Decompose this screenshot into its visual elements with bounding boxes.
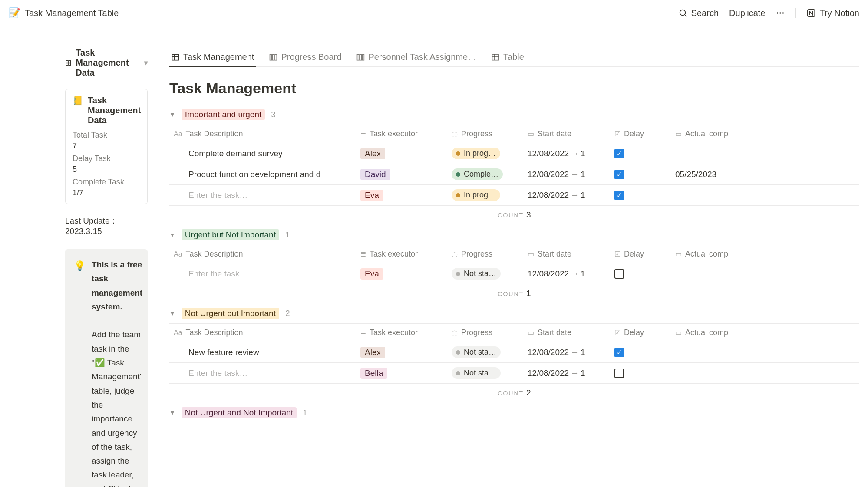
group-header[interactable]: ▼Not Urgent but Important2	[169, 308, 859, 319]
chevron-down-icon[interactable]: ▾	[144, 59, 148, 67]
cell-desc[interactable]: New feature review	[169, 342, 356, 362]
cell-executor[interactable]: Alex	[356, 143, 447, 164]
cell-delay[interactable]	[610, 363, 671, 383]
group-toggle-icon[interactable]: ▼	[169, 409, 175, 416]
try-notion-button[interactable]: Try Notion	[806, 8, 859, 18]
group-name: Not Urgent and Not Important	[182, 407, 297, 418]
cell-delay[interactable]: ✓	[610, 342, 671, 362]
view-tab[interactable]: Personnel Task Assignme…	[354, 48, 478, 66]
view-tab[interactable]: Table	[489, 48, 526, 66]
cell-actual[interactable]	[671, 342, 753, 362]
col-delay[interactable]: ☑Delay	[610, 245, 671, 263]
cell-start[interactable]: 12/08/2022 → 1	[523, 342, 610, 362]
group-header[interactable]: ▼Important and urgent3	[169, 109, 859, 120]
status-icon: ◌	[452, 329, 458, 337]
svg-line-1	[685, 15, 686, 16]
cell-actual[interactable]	[671, 143, 753, 164]
col-start[interactable]: ▭Start date	[523, 125, 610, 143]
cell-actual[interactable]	[671, 263, 753, 284]
view-tab[interactable]: Task Management	[169, 48, 256, 66]
cell-start[interactable]: 12/08/2022 → 1	[523, 363, 610, 383]
col-executor[interactable]: ≣Task executor	[356, 125, 447, 143]
cell-actual[interactable]: 05/25/2023	[671, 164, 753, 184]
search-button[interactable]: Search	[678, 8, 719, 18]
group-toggle-icon[interactable]: ▼	[169, 231, 175, 238]
cell-progress[interactable]: In prog…	[447, 143, 523, 164]
cell-delay[interactable]: ✓	[610, 143, 671, 164]
cell-start[interactable]: 12/08/2022 → 1	[523, 185, 610, 205]
table-row[interactable]: Complete demand surveyAlexIn prog…12/08/…	[169, 143, 859, 164]
col-delay[interactable]: ☑Delay	[610, 125, 671, 143]
col-desc[interactable]: AaTask Description	[169, 125, 356, 143]
col-progress[interactable]: ◌Progress	[447, 324, 523, 342]
group-toggle-icon[interactable]: ▼	[169, 310, 175, 317]
cell-desc[interactable]: Product function development and d	[169, 164, 356, 184]
more-button[interactable]	[776, 8, 785, 18]
duplicate-button[interactable]: Duplicate	[729, 8, 765, 18]
cell-executor[interactable]: David	[356, 164, 447, 184]
view-tab-label: Personnel Task Assignme…	[368, 52, 476, 62]
cell-desc[interactable]: Enter the task…	[169, 263, 356, 284]
delay-checkbox[interactable]	[614, 269, 624, 279]
cell-executor[interactable]: Eva	[356, 185, 447, 205]
col-actual[interactable]: ▭Actual compl	[671, 125, 753, 143]
group: ▼Not Urgent but Important2AaTask Descrip…	[169, 308, 859, 402]
cell-progress[interactable]: Not sta…	[447, 342, 523, 362]
col-start[interactable]: ▭Start date	[523, 245, 610, 263]
col-progress[interactable]: ◌Progress	[447, 125, 523, 143]
cell-desc[interactable]: Enter the task…	[169, 185, 356, 205]
cell-executor[interactable]: Alex	[356, 342, 447, 362]
col-actual[interactable]: ▭Actual compl	[671, 324, 753, 342]
breadcrumb[interactable]: 📝 Task Management Table	[9, 7, 119, 19]
delay-checkbox[interactable]: ✓	[614, 149, 624, 158]
cell-start[interactable]: 12/08/2022 → 1	[523, 263, 610, 284]
list-icon: ≣	[360, 329, 366, 337]
table-row[interactable]: Enter the task…BellaNot sta…12/08/2022 →…	[169, 363, 859, 384]
cell-progress[interactable]: In prog…	[447, 185, 523, 205]
col-progress[interactable]: ◌Progress	[447, 245, 523, 263]
cell-delay[interactable]	[610, 263, 671, 284]
table-row[interactable]: Product function development and dDavidC…	[169, 164, 859, 185]
col-actual[interactable]: ▭Actual compl	[671, 245, 753, 263]
col-desc[interactable]: AaTask Description	[169, 324, 356, 342]
cell-progress[interactable]: Not sta…	[447, 363, 523, 383]
status-dot-icon	[456, 193, 460, 197]
notion-logo-icon	[806, 8, 816, 18]
cell-delay[interactable]: ✓	[610, 185, 671, 205]
board-view-icon	[356, 53, 365, 62]
group-header[interactable]: ▼Urgent but Not Important1	[169, 229, 859, 240]
cell-progress[interactable]: Not sta…	[447, 263, 523, 284]
cell-desc[interactable]: Enter the task…	[169, 363, 356, 383]
linked-db-heading[interactable]: Task Management Data ▾	[65, 48, 148, 78]
col-desc[interactable]: AaTask Description	[169, 245, 356, 263]
group-toggle-icon[interactable]: ▼	[169, 111, 175, 118]
col-executor[interactable]: ≣Task executor	[356, 245, 447, 263]
summary-card[interactable]: 📒 Task Management Data Total Task 7 Dela…	[65, 89, 148, 204]
view-tab[interactable]: Progress Board	[267, 48, 343, 66]
calendar-icon: ▭	[675, 130, 682, 138]
table-row[interactable]: Enter the task…EvaNot sta…12/08/2022 → 1	[169, 263, 859, 284]
table: AaTask Description≣Task executor◌Progres…	[169, 323, 859, 384]
cell-actual[interactable]	[671, 363, 753, 383]
status-dot-icon	[456, 272, 460, 276]
delay-checkbox[interactable]: ✓	[614, 191, 624, 200]
svg-point-4	[782, 12, 784, 14]
cell-start[interactable]: 12/08/2022 → 1	[523, 164, 610, 184]
group-header[interactable]: ▼Not Urgent and Not Important1	[169, 407, 859, 418]
delay-checkbox[interactable]	[614, 369, 624, 378]
cell-executor[interactable]: Eva	[356, 263, 447, 284]
table-row[interactable]: New feature reviewAlexNot sta…12/08/2022…	[169, 342, 859, 363]
database-title[interactable]: Task Management	[169, 80, 859, 97]
table-row[interactable]: Enter the task…EvaIn prog…12/08/2022 → 1…	[169, 185, 859, 206]
cell-actual[interactable]	[671, 185, 753, 205]
cell-executor[interactable]: Bella	[356, 363, 447, 383]
cell-start[interactable]: 12/08/2022 → 1	[523, 143, 610, 164]
col-start[interactable]: ▭Start date	[523, 324, 610, 342]
col-executor[interactable]: ≣Task executor	[356, 324, 447, 342]
cell-desc[interactable]: Complete demand survey	[169, 143, 356, 164]
delay-checkbox[interactable]: ✓	[614, 170, 624, 179]
cell-progress[interactable]: Comple…	[447, 164, 523, 184]
delay-checkbox[interactable]: ✓	[614, 348, 624, 357]
cell-delay[interactable]: ✓	[610, 164, 671, 184]
col-delay[interactable]: ☑Delay	[610, 324, 671, 342]
